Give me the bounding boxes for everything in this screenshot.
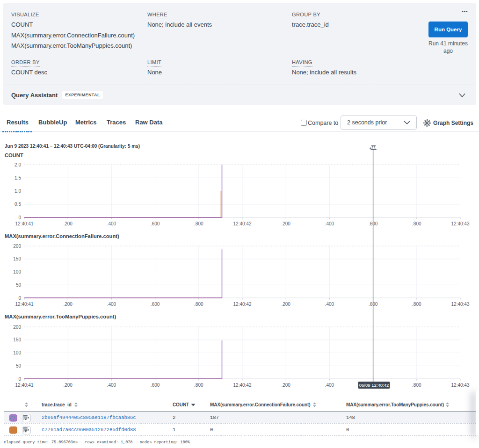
svg-text:.400: .400 bbox=[325, 383, 334, 388]
svg-text:06/09 12:40:42: 06/09 12:40:42 bbox=[359, 383, 389, 388]
svg-text:1.5: 1.5 bbox=[15, 175, 21, 181]
svg-text:1.0: 1.0 bbox=[15, 188, 21, 194]
svg-text:.200: .200 bbox=[63, 302, 73, 307]
svg-text:.800: .800 bbox=[194, 221, 203, 226]
svg-text:.400: .400 bbox=[107, 302, 116, 307]
svg-text:.600: .600 bbox=[151, 302, 160, 307]
svg-text:12:40:42: 12:40:42 bbox=[233, 383, 252, 388]
svg-text:.800: .800 bbox=[194, 302, 203, 307]
svg-text:COUNT: COUNT bbox=[5, 152, 23, 158]
svg-text:150: 150 bbox=[13, 337, 21, 342]
svg-text:50: 50 bbox=[16, 363, 22, 369]
svg-text:12:40:42: 12:40:42 bbox=[233, 302, 252, 307]
svg-text:200: 200 bbox=[13, 325, 21, 330]
svg-text:.400: .400 bbox=[325, 221, 334, 226]
svg-text:100: 100 bbox=[13, 350, 21, 355]
svg-text:.600: .600 bbox=[151, 221, 160, 226]
svg-text:.800: .800 bbox=[194, 383, 203, 388]
svg-text:MAX(summary.error.TooManyPuppi: MAX(summary.error.TooManyPuppies.count) bbox=[5, 314, 116, 319]
svg-text:.200: .200 bbox=[281, 383, 290, 388]
svg-text:.800: .800 bbox=[412, 302, 421, 307]
svg-text:12:40:43: 12:40:43 bbox=[451, 221, 470, 226]
svg-text:.600: .600 bbox=[151, 383, 160, 388]
svg-text:.200: .200 bbox=[63, 221, 73, 226]
svg-text:.400: .400 bbox=[325, 302, 334, 307]
svg-text:0: 0 bbox=[18, 296, 21, 301]
svg-text:.200: .200 bbox=[281, 221, 290, 226]
svg-text:Jun 9 2023 12:40:41 – 12:40:43: Jun 9 2023 12:40:41 – 12:40:43 UTC-04:00… bbox=[5, 144, 140, 149]
svg-text:12:40:41: 12:40:41 bbox=[15, 383, 34, 388]
svg-text:12:40:41: 12:40:41 bbox=[15, 302, 34, 307]
svg-text:100: 100 bbox=[13, 269, 21, 275]
svg-text:12:40:41: 12:40:41 bbox=[15, 221, 34, 226]
svg-text:.200: .200 bbox=[63, 383, 73, 388]
svg-text:12:40:42: 12:40:42 bbox=[233, 221, 252, 226]
svg-text:150: 150 bbox=[13, 256, 21, 261]
svg-text:0: 0 bbox=[18, 376, 21, 382]
svg-text:0.5: 0.5 bbox=[15, 202, 21, 207]
svg-text:.800: .800 bbox=[412, 221, 421, 226]
svg-text:MAX(summary.error.ConnectionFa: MAX(summary.error.ConnectionFailure.coun… bbox=[5, 233, 119, 239]
svg-text:.400: .400 bbox=[107, 383, 116, 388]
svg-text:12:40:43: 12:40:43 bbox=[451, 302, 470, 307]
svg-text:200: 200 bbox=[13, 244, 21, 249]
svg-text:.200: .200 bbox=[281, 302, 290, 307]
svg-text:50: 50 bbox=[16, 282, 22, 288]
svg-text:0: 0 bbox=[18, 215, 21, 220]
svg-text:12:40:43: 12:40:43 bbox=[451, 383, 470, 388]
svg-text:.800: .800 bbox=[412, 383, 421, 388]
svg-text:2.0: 2.0 bbox=[15, 162, 21, 167]
svg-text:.400: .400 bbox=[107, 221, 116, 226]
